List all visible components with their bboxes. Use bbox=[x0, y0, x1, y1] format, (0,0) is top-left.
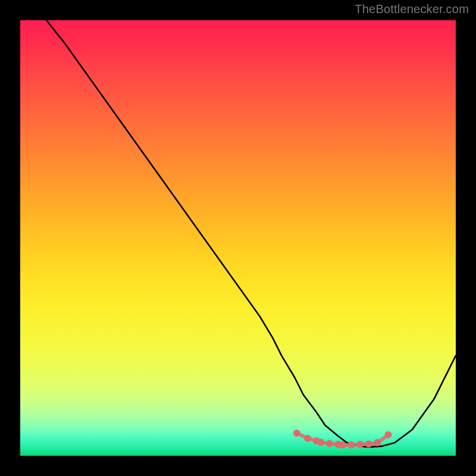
marker-dot bbox=[326, 440, 333, 447]
marker-dot bbox=[385, 431, 392, 439]
marker-dot bbox=[347, 441, 355, 449]
chart-frame: TheBottlenecker.com bbox=[0, 0, 476, 476]
watermark-text: TheBottlenecker.com bbox=[355, 2, 469, 16]
chart-svg bbox=[20, 20, 456, 456]
marker-dot bbox=[339, 441, 346, 449]
plot-area bbox=[20, 20, 456, 456]
marker-dot bbox=[317, 439, 324, 446]
marker-dot bbox=[356, 441, 364, 448]
marker-dot bbox=[365, 440, 372, 447]
marker-dot bbox=[304, 435, 311, 442]
marker-dot bbox=[293, 430, 300, 437]
marker-dot bbox=[374, 439, 381, 446]
bottleneck-curve bbox=[46, 20, 456, 447]
